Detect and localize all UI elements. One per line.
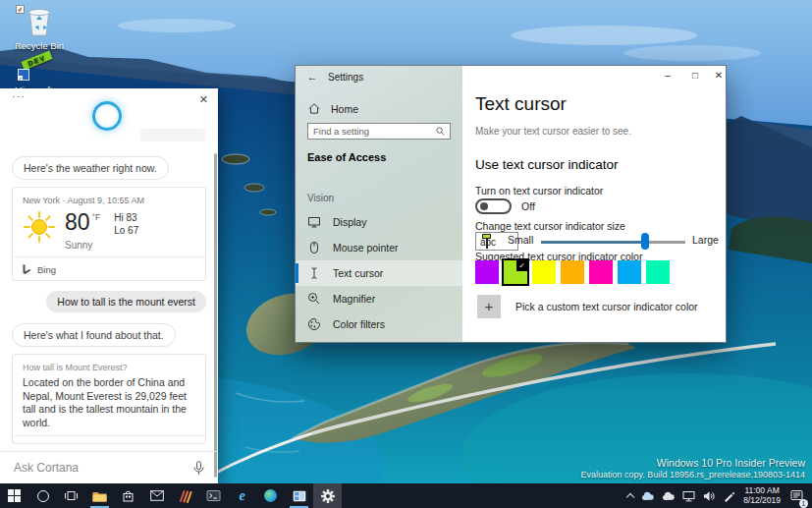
ask-cortana-input[interactable] — [14, 461, 193, 475]
weather-card[interactable]: New York · August 9, 10:55 AM 80 °F Hi 8… — [12, 187, 206, 281]
color-swatch-yellow[interactable] — [532, 260, 556, 284]
size-slider-thumb[interactable] — [641, 233, 649, 250]
sidebar-item-label: Color filters — [333, 318, 385, 330]
weather-hi-lo: Hi 83 Lo 67 — [114, 210, 138, 237]
sidebar-item-mouse-pointer[interactable]: Mouse pointer — [296, 235, 462, 260]
color-swatch-orange[interactable] — [561, 260, 584, 284]
notification-badge: 1 — [799, 499, 808, 508]
back-button[interactable]: ← — [303, 71, 321, 83]
sidebar-home-label: Home — [331, 103, 358, 115]
answer-body: Located on the border of China and Nepal… — [23, 376, 195, 429]
internet-explorer-button[interactable]: e — [228, 483, 256, 508]
cortana-panel: ··· ✕ Here's the weather right now. New … — [0, 88, 218, 483]
bing-icon — [23, 443, 31, 444]
add-custom-color-button[interactable]: + — [477, 295, 501, 318]
selection-checkbox[interactable]: ✓ — [16, 5, 25, 14]
sidebar-item-label: Text cursor — [333, 267, 383, 279]
task-view-button[interactable] — [57, 483, 85, 508]
size-slider-track[interactable] — [541, 241, 685, 244]
file-explorer-button[interactable] — [85, 483, 114, 508]
task-view-icon — [64, 489, 79, 502]
page-subtitle: Make your text cursor easier to see. — [475, 126, 631, 137]
close-icon[interactable]: ✕ — [199, 93, 208, 106]
sidebar-item-magnifier[interactable]: Magnifier — [296, 286, 462, 311]
cortana-ring-icon — [92, 101, 122, 131]
page-title: Text cursor — [475, 93, 567, 115]
answer-title: How tall is Mount Everest? — [23, 363, 195, 372]
sidebar-item-home[interactable]: Home — [307, 102, 358, 115]
network-icon[interactable] — [682, 490, 695, 502]
display-icon — [307, 215, 321, 229]
text-cursor-indicator-toggle[interactable] — [475, 198, 512, 214]
terminal-button[interactable] — [199, 483, 228, 508]
scrollbar[interactable] — [214, 153, 217, 478]
weather-location: New York · August 9, 10:55 AM — [23, 196, 195, 205]
home-icon — [307, 102, 321, 115]
answer-card[interactable]: How tall is Mount Everest? Located on th… — [12, 354, 206, 444]
action-center-button[interactable]: 1 — [790, 487, 803, 505]
start-button[interactable] — [0, 483, 28, 508]
weather-unit: °F — [92, 212, 101, 222]
stripes-app-icon — [178, 489, 192, 503]
color-filters-icon — [307, 317, 321, 331]
color-swatch-aqua[interactable] — [646, 260, 670, 284]
color-swatch-magenta[interactable] — [589, 260, 613, 284]
weather-high: Hi 83 — [114, 212, 136, 223]
settings-search-box[interactable] — [307, 123, 451, 140]
gear-icon — [321, 489, 335, 503]
cortana-button[interactable] — [28, 483, 57, 508]
text-cursor-icon — [307, 266, 321, 280]
globe-app-button[interactable] — [256, 483, 285, 508]
internet-explorer-icon: e — [239, 488, 244, 504]
close-button[interactable]: ✕ — [708, 70, 730, 81]
minimize-button[interactable]: – — [657, 70, 678, 81]
globe-app-icon — [264, 489, 277, 502]
windows-logo-icon — [8, 489, 21, 502]
mail-icon — [150, 490, 164, 501]
mouse-pointer-icon — [307, 241, 321, 254]
tray-chevron-up-icon[interactable] — [626, 492, 634, 500]
cortana-icon — [37, 490, 49, 502]
taskbar-clock[interactable]: 11:00 AM 8/12/2019 — [743, 486, 781, 505]
color-swatch-sky-blue[interactable] — [618, 260, 641, 284]
insider-watermark: Windows 10 Pro Insider Preview Evaluatio… — [581, 457, 806, 480]
bing-attribution: Bing — [37, 443, 56, 444]
search-input[interactable] — [313, 126, 436, 137]
sidebar-item-text-cursor[interactable]: Text cursor — [296, 260, 462, 286]
size-slider-label: Change text cursor indicator size — [475, 220, 625, 232]
color-swatch-purple[interactable] — [475, 260, 499, 284]
weather-low: Lo 67 — [114, 225, 138, 236]
file-explorer-icon — [92, 490, 107, 502]
store-icon — [122, 489, 135, 502]
sidebar-item-color-filters[interactable]: Color filters — [296, 311, 462, 337]
pen-icon[interactable] — [723, 489, 735, 502]
terminal-icon — [206, 489, 221, 502]
check-icon: ✓ — [516, 260, 527, 271]
custom-color-label: Pick a custom text cursor indicator colo… — [515, 301, 698, 312]
recycle-bin-label: Recycle Bin — [12, 40, 67, 51]
microphone-icon[interactable] — [193, 461, 204, 476]
menu-ellipsis-icon[interactable]: ··· — [12, 90, 26, 102]
cloud-icon[interactable] — [662, 491, 675, 501]
onedrive-cloud-icon[interactable] — [641, 491, 654, 501]
mail-button[interactable] — [142, 483, 171, 508]
magnifier-icon — [307, 292, 321, 306]
color-swatch-green-yellow-selected[interactable]: ✓ — [504, 260, 527, 284]
stripes-app-button[interactable] — [171, 483, 199, 508]
maximize-button[interactable]: □ — [684, 70, 706, 81]
sidebar-item-display[interactable]: Display — [296, 209, 462, 235]
recycle-bin-glyph — [25, 5, 54, 37]
tiles-app-button[interactable] — [285, 483, 313, 508]
watermark-edition: Windows 10 Pro Insider Preview — [581, 457, 806, 469]
weather-condition: Sunny — [65, 240, 138, 251]
tiles-app-icon — [293, 490, 306, 502]
settings-button[interactable] — [313, 483, 342, 508]
sidebar-item-label: Display — [333, 216, 366, 228]
window-title: Settings — [328, 72, 363, 83]
volume-icon[interactable] — [703, 490, 715, 502]
recycle-bin-icon[interactable]: ✓ Recycle Bin — [12, 5, 67, 51]
toggle-knob — [480, 202, 488, 210]
store-button[interactable] — [114, 483, 142, 508]
sidebar-item-label: Mouse pointer — [333, 242, 399, 254]
toggle-label: Turn on text cursor indicator — [475, 185, 603, 197]
